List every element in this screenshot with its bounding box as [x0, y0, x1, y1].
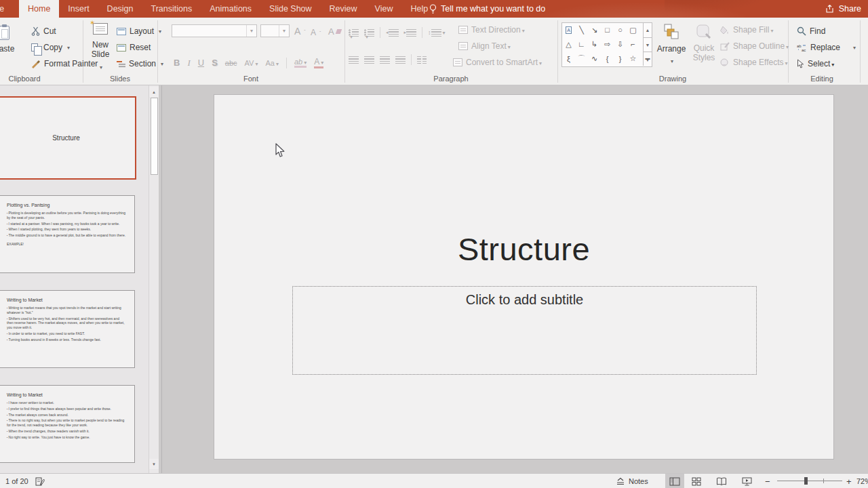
shape-arrow[interactable]: ↘: [588, 23, 601, 37]
shape-outline-button[interactable]: Shape Outline: [720, 39, 789, 53]
shape-left-brace[interactable]: {: [601, 52, 614, 66]
scrollbar-up-arrow[interactable]: ▲: [149, 87, 159, 97]
align-center-button[interactable]: [364, 56, 374, 64]
shape-arc[interactable]: ⌒: [575, 52, 588, 66]
view-reading-button[interactable]: [712, 474, 731, 488]
tab-home[interactable]: Home: [19, 0, 59, 18]
bold-button[interactable]: B: [174, 58, 180, 68]
thumbnail-slide-2[interactable]: Plotting vs. Pantsing Plotting is develo…: [0, 195, 135, 273]
arrange-button[interactable]: Arrange: [655, 22, 688, 66]
zoom-slider-thumb[interactable]: [804, 477, 808, 485]
increase-indent-button[interactable]: ▸: [404, 29, 417, 37]
zoom-slider-track[interactable]: [777, 481, 842, 481]
justify-button[interactable]: [395, 56, 406, 64]
select-button[interactable]: Select: [797, 57, 834, 70]
grow-font-button[interactable]: Aˆ: [294, 24, 306, 38]
shape-rounded-rectangle[interactable]: ▢: [627, 23, 639, 37]
shape-curve[interactable]: ∿: [588, 52, 601, 66]
subtitle-placeholder[interactable]: Click to add subtitle: [292, 286, 757, 375]
tab-insert[interactable]: Insert: [59, 0, 98, 18]
slide-title[interactable]: Structure: [214, 230, 833, 268]
font-size-combo[interactable]: ▾: [260, 24, 290, 37]
reset-button[interactable]: Reset: [117, 41, 151, 54]
change-case-button[interactable]: Aa: [265, 59, 278, 67]
shape-right-arrow[interactable]: ⇨: [601, 37, 614, 51]
gallery-more-button[interactable]: ▬▼: [643, 52, 652, 66]
gallery-scroll-up[interactable]: ▲: [643, 23, 652, 37]
share-button[interactable]: Share: [825, 0, 861, 18]
paragraph-row-1: ◂ ▸ ↕: [349, 27, 446, 38]
shape-rectangle[interactable]: □: [601, 23, 614, 37]
tab-design[interactable]: Design: [98, 0, 142, 18]
proofing-button[interactable]: [35, 474, 45, 488]
shape-effects-button[interactable]: Shape Effects: [720, 56, 788, 69]
numbering-button[interactable]: [364, 29, 374, 37]
shrink-font-button[interactable]: Aˇ: [311, 26, 321, 39]
section-button[interactable]: Section: [117, 57, 163, 70]
shape-elbow-arrow[interactable]: ↳: [588, 37, 601, 51]
align-right-button[interactable]: [380, 56, 390, 64]
shape-star[interactable]: ☆: [627, 52, 639, 66]
align-left-button[interactable]: [349, 56, 359, 64]
layout-button[interactable]: Layout: [117, 24, 161, 38]
zoom-level[interactable]: 72%: [856, 474, 868, 488]
bullets-button[interactable]: [349, 29, 359, 37]
find-button[interactable]: Find: [797, 24, 825, 38]
share-icon: [825, 4, 835, 14]
shape-elbow[interactable]: ∟: [575, 37, 588, 51]
shape-corner[interactable]: ⌐: [627, 37, 639, 51]
tab-slide-show[interactable]: Slide Show: [260, 0, 321, 18]
tab-view[interactable]: View: [366, 0, 402, 18]
thumbnail-slide-3[interactable]: Writing to Market Writing to market mean…: [0, 290, 135, 368]
tab-transitions[interactable]: Transitions: [142, 0, 201, 18]
quick-styles-button[interactable]: Quick Styles: [689, 22, 719, 63]
zoom-out-button[interactable]: −: [765, 474, 770, 488]
thumbnail-slide-1[interactable]: Structure: [0, 96, 136, 180]
underline-button[interactable]: U: [198, 58, 204, 68]
clear-formatting-button[interactable]: A: [328, 24, 341, 38]
zoom-in-button[interactable]: +: [846, 474, 852, 488]
text-direction-button[interactable]: Text Direction: [458, 23, 525, 37]
line-spacing-button[interactable]: ↕: [428, 29, 446, 37]
thumbnail-slide-4[interactable]: Writing to Market I have never written t…: [0, 385, 135, 463]
align-text-button[interactable]: Align Text: [458, 39, 511, 53]
shape-oval[interactable]: ○: [614, 23, 627, 37]
tab-file[interactable]: File: [0, 0, 12, 18]
tell-me-box[interactable]: Tell me what you want to do: [429, 0, 545, 18]
text-direction-icon: [458, 26, 468, 34]
shape-scribble[interactable]: ξ: [562, 52, 575, 66]
font-color-button[interactable]: A: [314, 57, 323, 68]
copy-button[interactable]: Copy: [31, 41, 70, 54]
shape-fill-button[interactable]: Shape Fill: [720, 23, 773, 37]
text-shadow-button[interactable]: S: [212, 58, 218, 68]
replace-button[interactable]: abac Replace: [797, 41, 856, 54]
cut-button[interactable]: Cut: [31, 24, 56, 38]
tab-review[interactable]: Review: [321, 0, 366, 18]
font-name-combo[interactable]: ▾: [172, 24, 257, 37]
paste-button[interactable]: Paste: [0, 26, 18, 54]
gallery-scroll-down[interactable]: ▼: [643, 37, 652, 52]
shape-textbox[interactable]: A: [562, 23, 575, 37]
highlight-color-button[interactable]: ab: [294, 58, 307, 68]
notes-button[interactable]: Notes: [616, 474, 648, 488]
scrollbar-thumb[interactable]: [151, 98, 158, 175]
view-slide-sorter-button[interactable]: [687, 474, 706, 488]
bullet: I prefer to find things that have always…: [7, 407, 126, 411]
view-normal-button[interactable]: [665, 474, 684, 488]
slide-canvas[interactable]: Structure Click to add subtitle: [214, 94, 834, 460]
shape-line[interactable]: ╲: [575, 23, 588, 37]
shape-triangle[interactable]: △: [562, 37, 575, 51]
shape-down-arrow[interactable]: ⇩: [614, 37, 627, 51]
decrease-indent-button[interactable]: ◂: [386, 29, 399, 37]
shape-right-brace[interactable]: }: [614, 52, 627, 66]
convert-to-smartart-button[interactable]: Convert to SmartArt: [453, 56, 542, 69]
new-slide-button[interactable]: ✶ New Slide: [87, 22, 114, 72]
strikethrough-button[interactable]: abc: [225, 59, 237, 67]
view-slideshow-button[interactable]: [737, 474, 756, 488]
columns-button[interactable]: [417, 56, 427, 64]
italic-button[interactable]: I: [187, 58, 190, 68]
character-spacing-button[interactable]: AV: [245, 59, 258, 67]
tab-animations[interactable]: Animations: [201, 0, 260, 18]
thumbnail-scrollbar[interactable]: ▲ ▼: [149, 85, 159, 473]
scrollbar-down-arrow[interactable]: ▼: [149, 459, 159, 469]
